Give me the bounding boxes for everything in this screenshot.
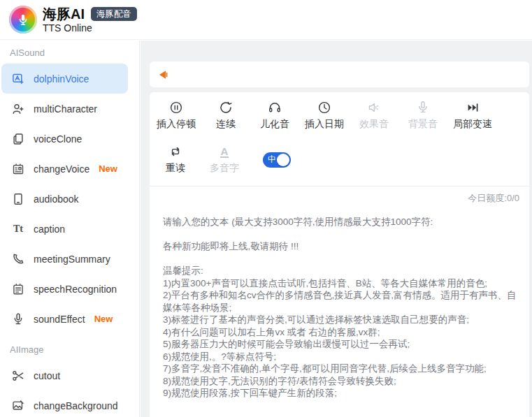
sidebar-item-label: cutout <box>34 370 60 381</box>
speaker-wave-icon <box>367 101 381 115</box>
sidebar-item-voiceclone[interactable]: voiceClone <box>1 124 128 154</box>
language-toggle-label: 中 <box>268 154 276 166</box>
app-window: 海豚AI 海豚配音 TTS Online AISound dolphinVoic… <box>0 0 532 417</box>
sidebar-item-label: multiCharacter <box>34 103 97 115</box>
sidebar-item-changebackground[interactable]: changeBackground <box>1 390 128 417</box>
text-icon: Tt <box>12 223 24 235</box>
microphone-icon <box>416 101 430 115</box>
sidebar-item-label: changeVoice <box>34 163 89 175</box>
multi-user-icon <box>12 103 24 115</box>
toggle-knob <box>277 154 289 166</box>
erhua-button[interactable]: 儿化音 <box>253 98 296 133</box>
scissors-icon <box>12 370 24 382</box>
sidebar-item-label: audiobook <box>34 193 79 205</box>
fast-forward-icon <box>466 101 480 115</box>
image-edit-icon <box>12 400 24 412</box>
repeat-icon <box>168 145 182 159</box>
editor-placeholder-text: 请输入您的文本 (最大支持3000字符,使用情感最大支持1000字符: 各种新功… <box>163 216 519 400</box>
sidebar-item-meetingsummary[interactable]: meetingSummary <box>1 244 128 274</box>
headphones-icon <box>268 101 282 115</box>
effect-sound-button[interactable]: 效果音 <box>352 98 396 133</box>
app-header: 海豚AI 海豚配音 TTS Online <box>0 0 532 40</box>
phone-icon <box>12 253 24 265</box>
continuous-button[interactable]: 连续 <box>204 98 247 133</box>
sidebar-section-aiimage: AIImage <box>0 339 139 360</box>
toolbar-row1: 插入停顿 连续 <box>150 92 529 133</box>
clipboard-icon <box>12 283 24 295</box>
insert-pause-button[interactable]: 插入停顿 <box>154 98 199 133</box>
sidebar-item-label: meetingSummary <box>34 254 110 265</box>
local-speed-button[interactable]: 局部变速 <box>450 98 495 133</box>
speaker-icon <box>157 68 171 82</box>
underline-a-icon: A <box>217 145 231 159</box>
sidebar-item-audiobook[interactable]: audiobook <box>1 184 128 214</box>
sidebar-section-aisound: AISound <box>0 43 139 64</box>
work-panel: 插入停顿 连续 <box>150 92 529 417</box>
id-card-icon <box>12 163 24 175</box>
sidebar-item-label: changeBackground <box>34 400 118 411</box>
voice-translate-icon <box>12 73 24 85</box>
sidebar-item-label: caption <box>34 224 65 235</box>
sidebar: AISound dolphinVoice multiCharacter <box>0 41 140 417</box>
app-title: 海豚AI <box>43 6 85 22</box>
language-toggle[interactable]: 中 <box>263 152 291 168</box>
stress-button[interactable]: 重读 <box>154 142 197 177</box>
title-block: 海豚AI 海豚配音 TTS Online <box>43 6 137 34</box>
sidebar-item-cutout[interactable]: cutout <box>1 360 128 390</box>
main-content: 插入停顿 连续 <box>141 41 532 417</box>
sidebar-item-caption[interactable]: Tt caption <box>1 214 128 244</box>
sidebar-item-multicharacter[interactable]: multiCharacter <box>1 94 128 124</box>
clock-icon <box>317 101 331 115</box>
new-badge: New <box>94 314 113 324</box>
new-badge: New <box>99 163 117 174</box>
refresh-icon <box>219 101 233 115</box>
app-subtitle: TTS Online <box>43 22 137 34</box>
toolbar-row2: 重读 A 多音字 中 <box>150 133 529 186</box>
polyphone-button[interactable]: A 多音字 <box>203 142 246 177</box>
clone-icon <box>12 133 24 145</box>
sidebar-item-label: voiceClone <box>34 133 82 145</box>
insert-date-button[interactable]: 插入日期 <box>302 98 347 133</box>
sidebar-item-label: soundEffect <box>34 314 85 325</box>
sidebar-item-dolphinvoice[interactable]: dolphinVoice <box>1 64 128 94</box>
sidebar-item-label: dolphinVoice <box>34 73 89 85</box>
text-input-area[interactable]: 今日额度:0/0 请输入您的文本 (最大支持3000字符,使用情感最大支持100… <box>150 186 529 417</box>
microphone-icon <box>12 313 24 325</box>
sidebar-item-changevoice[interactable]: changeVoice New <box>1 154 128 184</box>
sidebar-item-speechrecognition[interactable]: speechRecognition <box>1 274 128 304</box>
app-badge: 海豚配音 <box>91 7 137 21</box>
background-sound-button[interactable]: 背景音 <box>401 98 445 133</box>
voice-select-bar[interactable] <box>150 61 529 87</box>
tablet-icon <box>12 193 24 205</box>
pause-circle-icon <box>169 101 183 115</box>
logo-microphone-icon <box>17 13 29 26</box>
sidebar-item-label: speechRecognition <box>34 284 117 295</box>
daily-quota-text: 今日额度:0/0 <box>163 192 519 205</box>
app-logo <box>9 6 37 34</box>
sidebar-item-soundeffect[interactable]: soundEffect New <box>1 304 128 334</box>
